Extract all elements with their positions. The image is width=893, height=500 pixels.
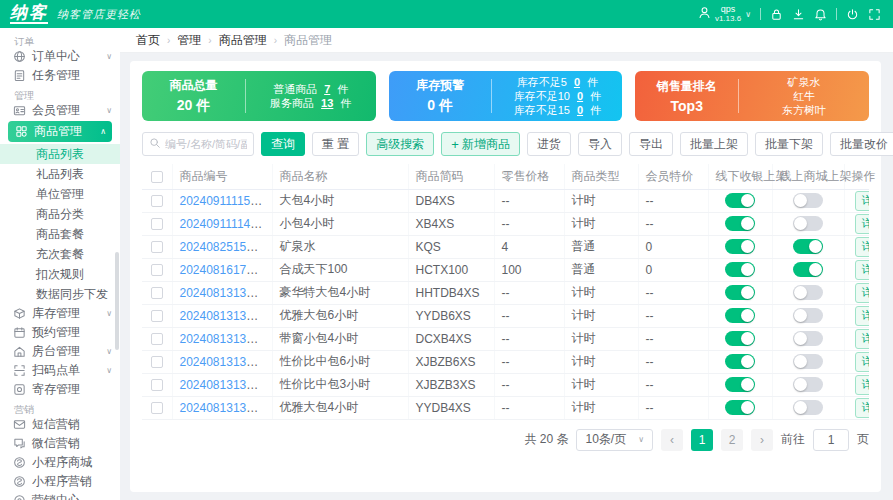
batch-off-button[interactable]: 批量下架 [755,132,823,156]
sidebar-subitem-扣次规则[interactable]: 扣次规则 [0,264,120,284]
offline-shelf-toggle[interactable] [725,239,755,254]
sidebar-subitem-商品列表[interactable]: 商品列表 [0,144,120,164]
detail-button[interactable]: 详情 [855,306,870,326]
sidebar-item-短信营销[interactable]: 短信营销 [0,415,120,434]
sidebar-item-订单中心[interactable]: 订单中心∨ [0,47,120,66]
sidebar-item-微信营销[interactable]: 微信营销 [0,434,120,453]
expand-icon[interactable] [868,8,881,21]
sidebar-subitem-商品分类[interactable]: 商品分类 [0,204,120,224]
page-button-2[interactable]: 2 [721,429,743,451]
sidebar-scrollbar[interactable] [115,252,119,350]
batch-on-button[interactable]: 批量上架 [680,132,748,156]
sidebar-item-房台管理[interactable]: 房台管理∨ [0,342,120,361]
product-id-link[interactable]: 20240825155411 [180,240,273,254]
online-shelf-toggle[interactable] [793,285,823,300]
row-checkbox[interactable] [151,402,163,414]
sidebar-subitem-充次套餐[interactable]: 充次套餐 [0,244,120,264]
reset-button[interactable]: 重 置 [312,132,359,156]
row-checkbox[interactable] [151,287,163,299]
sidebar-item-任务管理[interactable]: 任务管理 [0,66,120,85]
batch-price-button[interactable]: 批量改价 [830,132,893,156]
download-icon[interactable] [792,8,805,21]
page-button-1[interactable]: 1 [691,429,713,451]
online-shelf-toggle[interactable] [793,377,823,392]
purchase-button[interactable]: 进货 [527,132,571,156]
query-button[interactable]: 查询 [261,132,305,156]
brand[interactable]: 纳客 纳客管店更轻松 [10,4,141,24]
sidebar-item-寄存管理[interactable]: 寄存管理 [0,380,120,399]
detail-button[interactable]: 详情 [855,329,870,349]
online-shelf-toggle[interactable] [793,216,823,231]
offline-shelf-toggle[interactable] [725,285,755,300]
offline-shelf-toggle[interactable] [725,331,755,346]
offline-shelf-toggle[interactable] [725,193,755,208]
product-id-link[interactable]: 20240911115253 [180,194,271,208]
breadcrumb-item[interactable]: 首页 [136,32,160,49]
detail-button[interactable]: 详情 [855,214,870,234]
sidebar-item-会员管理[interactable]: 会员管理∨ [0,101,120,120]
row-checkbox[interactable] [151,195,163,207]
page-size-select[interactable]: 10条/页∨ [576,429,653,451]
sidebar-subitem-礼品列表[interactable]: 礼品列表 [0,164,120,184]
product-id-link[interactable]: 20240813132140 [180,332,273,346]
online-shelf-toggle[interactable] [793,308,823,323]
row-checkbox[interactable] [151,218,163,230]
power-icon[interactable] [846,8,859,21]
stat-line-count[interactable]: 7 [324,82,330,96]
user-menu[interactable]: qps v1.13.6 ∨ [698,5,751,23]
product-id-link[interactable]: 20240813131855 [180,401,273,415]
sidebar-item-小程序营销[interactable]: 小程序营销 [0,472,120,491]
next-page-button[interactable]: › [751,429,773,451]
export-button[interactable]: 导出 [629,132,673,156]
lock-icon[interactable] [770,8,783,21]
offline-shelf-toggle[interactable] [725,400,755,415]
product-id-link[interactable]: 20240813131947 [180,378,273,392]
sidebar-subitem-单位管理[interactable]: 单位管理 [0,184,120,204]
breadcrumb-item[interactable]: 商品管理 [219,32,267,49]
online-shelf-toggle[interactable] [793,239,823,254]
offline-shelf-toggle[interactable] [725,308,755,323]
offline-shelf-toggle[interactable] [725,377,755,392]
online-shelf-toggle[interactable] [793,262,823,277]
row-checkbox[interactable] [151,356,163,368]
detail-button[interactable]: 详情 [855,375,870,395]
stat-line-count[interactable]: 0 [577,89,583,103]
stat-line-count[interactable]: 0 [577,103,583,117]
sidebar-item-营销中心[interactable]: 营销中心 [0,491,120,500]
product-id-link[interactable]: 20240813132341 [180,286,273,300]
online-shelf-toggle[interactable] [793,193,823,208]
offline-shelf-toggle[interactable] [725,262,755,277]
detail-button[interactable]: 详情 [855,237,870,257]
detail-button[interactable]: 详情 [855,191,870,211]
import-button[interactable]: 导入 [578,132,622,156]
goto-page-input[interactable] [813,429,849,451]
offline-shelf-toggle[interactable] [725,216,755,231]
sidebar-item-商品管理[interactable]: 商品管理∧ [8,121,112,142]
sidebar-item-库存管理[interactable]: 库存管理∨ [0,304,120,323]
add-product-button[interactable]: +新增商品 [441,132,520,156]
offline-shelf-toggle[interactable] [725,354,755,369]
stat-line-count[interactable]: 0 [574,75,580,89]
search-input[interactable] [165,138,247,150]
sidebar-item-小程序商城[interactable]: 小程序商城 [0,453,120,472]
product-id-link[interactable]: 20240813132040 [180,355,273,369]
product-id-link[interactable]: 20240816172007 [180,263,273,277]
bell-icon[interactable] [814,8,827,21]
detail-button[interactable]: 详情 [855,260,870,280]
detail-button[interactable]: 详情 [855,352,870,372]
sidebar-item-预约管理[interactable]: 预约管理 [0,323,120,342]
prev-page-button[interactable]: ‹ [661,429,683,451]
sidebar-item-扫码点单[interactable]: 扫码点单∨ [0,361,120,380]
product-id-link[interactable]: 20240813132235 [180,309,273,323]
sidebar-subitem-商品套餐[interactable]: 商品套餐 [0,224,120,244]
detail-button[interactable]: 详情 [855,283,870,303]
row-checkbox[interactable] [151,310,163,322]
breadcrumb-item[interactable]: 管理 [177,32,201,49]
stat-line-count[interactable]: 13 [321,96,333,110]
row-checkbox[interactable] [151,264,163,276]
row-checkbox[interactable] [151,333,163,345]
online-shelf-toggle[interactable] [793,354,823,369]
advanced-search-button[interactable]: 高级搜索 [366,132,434,156]
product-id-link[interactable]: 20240911114956 [180,217,271,231]
online-shelf-toggle[interactable] [793,400,823,415]
